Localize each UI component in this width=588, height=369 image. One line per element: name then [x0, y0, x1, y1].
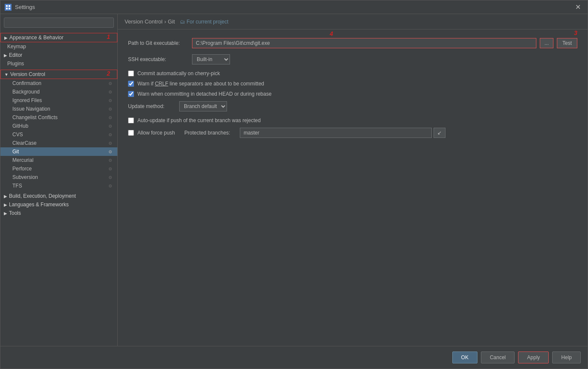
sidebar-item-git[interactable]: Git ⚙: [0, 147, 117, 156]
sidebar-item-version-control[interactable]: ▼ Version Control 2: [0, 70, 117, 79]
sidebar-item-label: GitHub: [12, 123, 28, 129]
cherry-pick-label: Commit automatically on cherry-pick: [137, 70, 220, 76]
for-project-text: For current project: [186, 19, 228, 25]
sidebar-item-issue-navigation[interactable]: Issue Navigation ⚙: [0, 105, 117, 113]
sidebar-item-perforce[interactable]: Perforce ⚙: [0, 164, 117, 173]
cherry-pick-row: Commit automatically on cherry-pick: [128, 70, 577, 76]
git-path-input[interactable]: [192, 38, 536, 48]
force-push-checkbox-row: Allow force push: [128, 130, 175, 136]
gear-icon: ⚙: [108, 98, 112, 103]
auto-update-label: Auto-update if push of the current branc…: [137, 117, 261, 123]
annotation-2: 2: [107, 70, 110, 77]
annotation-4: 4: [330, 30, 333, 37]
gear-icon: ⚙: [108, 115, 112, 120]
update-method-select[interactable]: Branch default Merge Rebase: [179, 101, 227, 111]
gear-icon: ⚙: [108, 184, 112, 188]
detached-row: Warn when committing in detached HEAD or…: [128, 91, 577, 97]
ssh-select-container: Built-in OpenSSH: [192, 54, 230, 64]
update-method-label: Update method:: [128, 103, 179, 109]
sidebar-item-background[interactable]: Background ⚙: [0, 88, 117, 96]
arrow-icon: ▼: [4, 72, 9, 77]
sidebar-item-label: Keymap: [7, 44, 26, 50]
annotation-1: 1: [107, 33, 110, 40]
sidebar-item-label: Tools: [9, 210, 21, 216]
footer: OK Cancel Apply Help: [0, 346, 588, 369]
test-button[interactable]: Test: [557, 38, 577, 48]
sidebar-item-mercurial[interactable]: Mercurial ⚙: [0, 156, 117, 164]
arrow-icon: ▶: [4, 53, 7, 58]
ok-button[interactable]: OK: [452, 351, 477, 363]
path-label: Path to Git executable:: [128, 40, 192, 46]
breadcrumb-path: Version Control: [125, 18, 163, 25]
sidebar-item-label: Version Control: [10, 71, 45, 77]
cherry-pick-checkbox[interactable]: [128, 70, 134, 76]
detached-checkbox[interactable]: [128, 91, 134, 97]
sidebar-item-tfs[interactable]: TFS ⚙: [0, 182, 117, 190]
sidebar-item-appearance[interactable]: ▶ Appearance & Behavior 1: [0, 33, 117, 42]
sidebar-item-label: Perforce: [12, 166, 32, 172]
sidebar-item-clearcase[interactable]: ClearCase ⚙: [0, 139, 117, 147]
sidebar-item-label: Appearance & Behavior: [9, 35, 64, 41]
path-input-container: 4: [192, 38, 536, 48]
sidebar-item-changelist-conflicts[interactable]: Changelist Conflicts ⚙: [0, 113, 117, 122]
title-bar: Settings ✕: [0, 0, 588, 14]
sidebar-item-tools[interactable]: ▶ Tools: [0, 209, 117, 217]
gear-icon: ⚙: [108, 167, 112, 171]
browse-button[interactable]: ...: [540, 38, 553, 48]
gear-icon: ⚙: [108, 141, 112, 146]
crlf-checkbox[interactable]: [128, 81, 134, 87]
settings-panel: Path to Git executable: 4 3 ... Test: [118, 29, 588, 346]
sidebar-item-cvs[interactable]: CVS ⚙: [0, 130, 117, 139]
app-icon: [5, 4, 12, 11]
help-button[interactable]: Help: [552, 351, 581, 363]
sidebar-item-label: Changelist Conflicts: [12, 114, 58, 120]
update-method-row: Update method: Branch default Merge Reba…: [128, 101, 577, 111]
sidebar-item-keymap[interactable]: Keymap: [0, 42, 117, 51]
breadcrumb-page: Git: [168, 18, 175, 25]
nav-tree: ▶ Appearance & Behavior 1 Keymap ▶ Edito…: [0, 31, 117, 219]
sidebar-item-github[interactable]: GitHub ⚙: [0, 122, 117, 130]
sidebar-item-label: Confirmation: [12, 80, 41, 86]
sidebar-item-build-exec[interactable]: ▶ Build, Execution, Deployment: [0, 192, 117, 200]
search-input[interactable]: [4, 18, 114, 28]
sidebar-item-label: Subversion: [12, 174, 38, 180]
protected-branches-label: Protected branches:: [184, 130, 240, 136]
auto-update-checkbox[interactable]: [128, 117, 134, 123]
gear-icon: ⚙: [108, 124, 112, 129]
arrow-icon: ▶: [4, 202, 7, 207]
crlf-label: Warn if CRLF line separators are about t…: [137, 81, 264, 87]
window-title: Settings: [15, 4, 573, 10]
sidebar-item-label: Editor: [9, 52, 22, 58]
gear-icon: ⚙: [108, 81, 112, 86]
force-push-checkbox[interactable]: [128, 130, 134, 136]
svg-rect-0: [6, 5, 8, 7]
arrow-icon: ▶: [4, 35, 8, 40]
gear-icon: ⚙: [108, 90, 112, 94]
sidebar-item-subversion[interactable]: Subversion ⚙: [0, 173, 117, 182]
breadcrumb-separator: ›: [164, 18, 166, 25]
crlf-row: Warn if CRLF line separators are about t…: [128, 81, 577, 87]
sidebar-item-ignored-files[interactable]: Ignored Files ⚙: [0, 96, 117, 105]
sidebar-item-label: Ignored Files: [12, 97, 42, 103]
force-push-label: Allow force push: [137, 130, 175, 136]
ssh-select[interactable]: Built-in OpenSSH: [192, 54, 230, 64]
for-project: 🗂 For current project: [180, 19, 228, 25]
annotation-3: 3: [574, 29, 577, 36]
svg-rect-2: [6, 8, 8, 9]
close-button[interactable]: ✕: [573, 2, 583, 12]
content-area: Version Control › Git 🗂 For current proj…: [118, 14, 588, 346]
gear-icon: ⚙: [108, 107, 112, 111]
sidebar-item-confirmation[interactable]: Confirmation ⚙: [0, 79, 117, 88]
sidebar-item-editor[interactable]: ▶ Editor: [0, 51, 117, 59]
protected-branch-arrow-button[interactable]: ↙: [434, 128, 445, 138]
sidebar-item-label: Plugins: [7, 61, 24, 67]
sidebar-item-plugins[interactable]: Plugins: [0, 59, 117, 68]
protected-branches-input[interactable]: [240, 128, 432, 138]
settings-window: Settings ✕ ▶ Appearance & Behavior 1 Key…: [0, 0, 588, 369]
breadcrumb: Version Control › Git 🗂 For current proj…: [118, 14, 588, 29]
arrow-icon: ▶: [4, 194, 7, 199]
apply-button[interactable]: Apply: [518, 351, 549, 363]
sidebar-item-languages[interactable]: ▶ Languages & Frameworks: [0, 200, 117, 209]
cancel-button[interactable]: Cancel: [481, 351, 515, 363]
sidebar-item-label: ClearCase: [12, 140, 37, 146]
